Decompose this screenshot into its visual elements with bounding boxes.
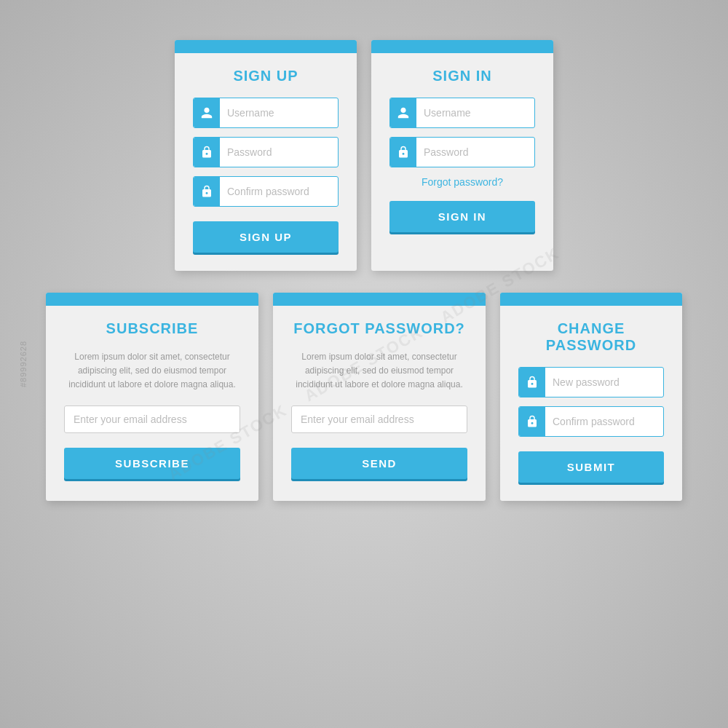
signup-confirm-group	[193, 176, 339, 207]
side-watermark: #89992628	[19, 341, 28, 387]
signin-password-group	[389, 137, 535, 167]
lock-icon-1	[194, 138, 220, 167]
user-icon-2	[390, 98, 416, 127]
top-row: SIGN UP SIGN UP	[175, 40, 553, 271]
lock-icon-5	[519, 407, 545, 436]
signup-button[interactable]: SIGN UP	[193, 221, 339, 253]
signup-confirm-input[interactable]	[220, 177, 338, 206]
forgot-email-wrap	[291, 405, 467, 433]
change-confirm-group	[518, 406, 664, 437]
change-card: CHANGE PASSWORD SUBMIT	[500, 293, 682, 501]
signup-card-body: SIGN UP SIGN UP	[175, 53, 357, 271]
signin-button[interactable]: SIGN IN	[389, 201, 535, 232]
change-card-header	[500, 293, 682, 306]
forgot-title: FORGOT PASSWORD?	[293, 320, 465, 337]
lock-icon-3	[390, 138, 416, 167]
subscribe-card-header	[46, 293, 258, 306]
forgot-card: FORGOT PASSWORD? Lorem ipsum dolor sit a…	[273, 293, 486, 501]
change-new-input[interactable]	[545, 368, 663, 397]
signup-card: SIGN UP SIGN UP	[175, 40, 357, 271]
signin-password-input[interactable]	[416, 138, 534, 167]
change-title: CHANGE PASSWORD	[518, 320, 664, 354]
change-new-group	[518, 367, 664, 397]
signup-card-header	[175, 40, 357, 53]
submit-button[interactable]: SUBMIT	[518, 451, 664, 483]
send-button[interactable]: SEND	[291, 448, 467, 479]
subscribe-desc: Lorem ipsum dolor sit amet, consectetur …	[64, 350, 240, 392]
signin-card-header	[371, 40, 553, 53]
forgot-card-body: FORGOT PASSWORD? Lorem ipsum dolor sit a…	[273, 306, 486, 497]
change-confirm-input[interactable]	[545, 407, 663, 436]
forgot-password-link[interactable]: Forgot password?	[422, 176, 503, 188]
subscribe-button[interactable]: SUBSCRIBE	[64, 448, 240, 479]
lock-icon-4	[519, 368, 545, 397]
signup-username-group	[193, 98, 339, 128]
signin-card: SIGN IN Forgot password? SIGN IN	[371, 40, 553, 271]
signup-password-input[interactable]	[220, 138, 338, 167]
signup-username-input[interactable]	[220, 98, 338, 127]
signin-username-input[interactable]	[416, 98, 534, 127]
forgot-desc: Lorem ipsum dolor sit amet, consectetur …	[291, 350, 467, 392]
bottom-row: SUBSCRIBE Lorem ipsum dolor sit amet, co…	[46, 293, 682, 501]
lock-icon-2	[194, 177, 220, 206]
signup-password-group	[193, 137, 339, 167]
forgot-card-header	[273, 293, 486, 306]
signin-username-group	[389, 98, 535, 128]
subscribe-card-body: SUBSCRIBE Lorem ipsum dolor sit amet, co…	[46, 306, 258, 497]
signup-title: SIGN UP	[233, 68, 298, 84]
signin-card-body: SIGN IN Forgot password? SIGN IN	[371, 53, 553, 250]
subscribe-email-wrap	[64, 405, 240, 433]
forgot-email-input[interactable]	[291, 405, 467, 433]
user-icon	[194, 98, 220, 127]
subscribe-title: SUBSCRIBE	[106, 320, 199, 337]
change-card-body: CHANGE PASSWORD SUBMIT	[500, 306, 682, 501]
subscribe-card: SUBSCRIBE Lorem ipsum dolor sit amet, co…	[46, 293, 258, 501]
subscribe-email-input[interactable]	[64, 405, 240, 433]
signin-title: SIGN IN	[432, 68, 491, 84]
